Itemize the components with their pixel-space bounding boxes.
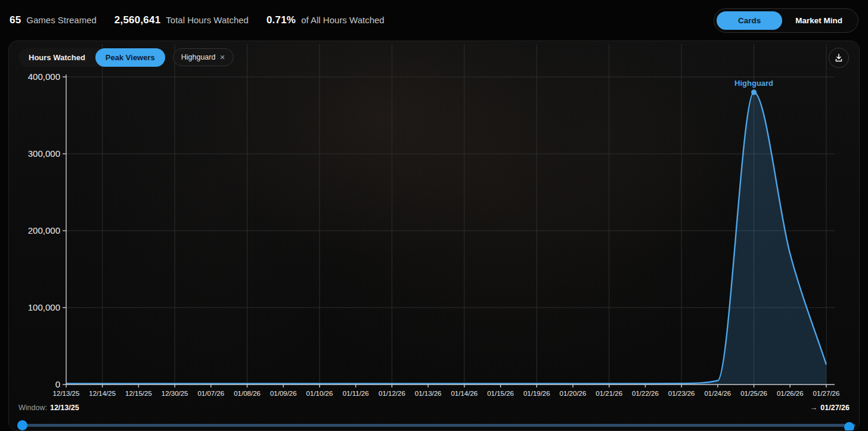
metric-tabs: Hours Watched Peak Viewers — [18, 48, 165, 67]
chart-panel: Hours Watched Peak Viewers Highguard ✕ 0… — [8, 41, 860, 431]
x-tick-label: 01/24/26 — [704, 390, 731, 397]
stat-value: 65 — [10, 14, 21, 26]
tab-hours-watched[interactable]: Hours Watched — [18, 48, 95, 67]
y-tick-label: 0 — [55, 379, 60, 389]
x-tick-label: 01/07/26 — [197, 390, 224, 397]
series-area — [66, 92, 826, 385]
stat-total-hours: 2,560,641 Total Hours Watched — [114, 14, 249, 26]
x-tick-label: 12/30/25 — [162, 390, 188, 397]
y-tick-label: 300,000 — [28, 148, 60, 159]
stat-games-streamed: 65 Games Streamed — [10, 14, 97, 26]
summary-stats: 65 Games Streamed 2,560,641 Total Hours … — [10, 14, 385, 26]
x-tick-label: 12/14/25 — [89, 390, 116, 397]
y-axis-labels: 0100,000200,000300,000400,000 — [28, 72, 60, 389]
x-tick-label: 01/20/26 — [560, 390, 587, 397]
x-tick-label: 01/27/26 — [813, 390, 840, 397]
slider-track[interactable] — [17, 424, 855, 427]
x-tick-label: 01/19/26 — [523, 390, 550, 397]
x-tick-label: 01/26/26 — [777, 390, 804, 397]
x-tick-label: 01/08/26 — [234, 390, 261, 397]
x-tick-label: 01/11/26 — [343, 390, 369, 397]
window-label-row: Window: 12/13/25 → 01/27/26 — [9, 404, 859, 412]
stat-label: Total Hours Watched — [166, 15, 249, 25]
chart-toolbar: Hours Watched Peak Viewers Highguard ✕ — [9, 41, 859, 73]
x-tick-label: 01/14/26 — [451, 390, 478, 397]
chart-grid — [66, 44, 835, 385]
x-tick-label: 01/21/26 — [596, 390, 622, 397]
stat-value: 0.71% — [266, 14, 296, 26]
toggle-option-market-mind[interactable]: Market Mind — [782, 11, 855, 30]
x-axis-labels: 12/13/2512/14/2512/15/2512/30/2501/07/26… — [53, 390, 840, 397]
toggle-option-cards[interactable]: Cards — [717, 11, 782, 30]
window-range-slider — [17, 420, 855, 430]
tab-peak-viewers[interactable]: Peak Viewers — [95, 48, 165, 67]
window-end-date: 01/27/26 — [820, 404, 850, 412]
x-tick-label: 01/12/26 — [379, 390, 405, 397]
x-tick-label: 01/25/26 — [740, 390, 767, 397]
top-header: 65 Games Streamed 2,560,641 Total Hours … — [0, 0, 868, 41]
x-tick-label: 01/13/26 — [415, 390, 442, 397]
stat-share-hours: 0.71% of All Hours Watched — [266, 14, 385, 26]
x-tick-label: 12/15/25 — [125, 390, 152, 397]
series-line — [66, 92, 826, 384]
filter-chip-highguard[interactable]: Highguard ✕ — [173, 48, 234, 66]
x-tick-label: 12/13/25 — [53, 390, 80, 397]
x-tick-label: 01/10/26 — [306, 390, 333, 397]
y-tick-label: 200,000 — [28, 225, 60, 235]
window-start-date: 12/13/25 — [50, 404, 79, 412]
stat-label: of All Hours Watched — [301, 15, 385, 25]
stat-label: Games Streamed — [26, 15, 97, 25]
window-end-thumb[interactable] — [844, 422, 854, 431]
x-tick-label: 01/15/26 — [487, 390, 514, 397]
chart-plot-area[interactable]: 0100,000200,000300,000400,00012/13/2512/… — [9, 41, 860, 401]
peak-marker[interactable] — [751, 89, 757, 95]
view-mode-toggle: Cards Market Mind — [714, 8, 858, 33]
x-tick-label: 01/23/26 — [668, 390, 695, 397]
close-icon[interactable]: ✕ — [219, 54, 225, 61]
peak-annotation-label: Highguard — [734, 79, 773, 88]
window-label: Window: — [18, 404, 47, 412]
x-tick-label: 01/09/26 — [270, 390, 297, 397]
x-tick-label: 01/22/26 — [632, 390, 659, 397]
stat-value: 2,560,641 — [114, 14, 160, 26]
y-tick-label: 100,000 — [28, 302, 60, 312]
chip-label: Highguard — [181, 53, 216, 61]
arrow-right-icon: → — [810, 404, 818, 412]
window-start-thumb[interactable] — [17, 420, 27, 430]
